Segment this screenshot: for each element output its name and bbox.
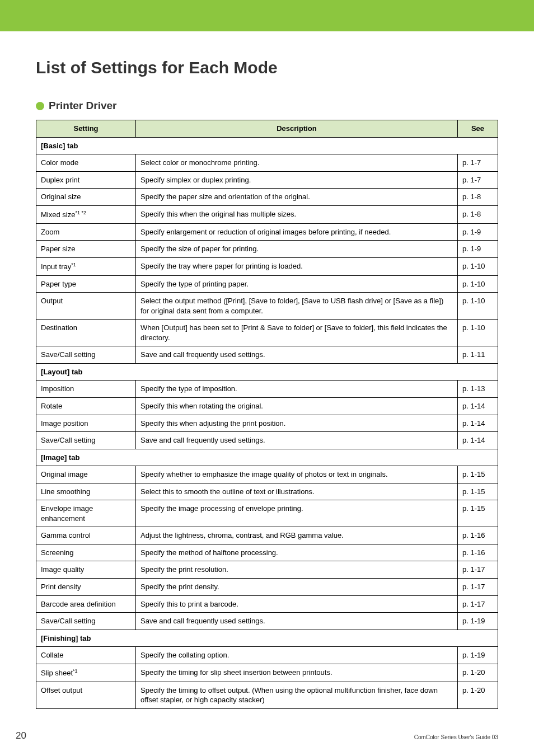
see-cell: p. 1-15 xyxy=(458,500,498,527)
see-cell: p. 1-10 xyxy=(458,257,498,275)
setting-cell: Barcode area definition xyxy=(36,595,136,613)
group-label: [Image] tab xyxy=(36,449,498,466)
table-row: Original sizeSpecify the paper size and … xyxy=(36,189,498,206)
see-cell: p. 1-8 xyxy=(458,205,498,223)
settings-table: Setting Description See [Basic] tabColor… xyxy=(36,120,498,709)
col-setting: Setting xyxy=(36,120,136,138)
see-cell: p. 1-8 xyxy=(458,189,498,206)
setting-cell: Duplex print xyxy=(36,171,136,189)
setting-cell: Mixed size*1 *2 xyxy=(36,205,136,223)
table-row: RotateSpecify this when rotating the ori… xyxy=(36,397,498,415)
see-cell: p. 1-20 xyxy=(458,664,498,682)
setting-cell: Output xyxy=(36,293,136,320)
description-cell: Specify the type of imposition. xyxy=(136,381,458,398)
see-cell: p. 1-20 xyxy=(458,682,498,708)
description-cell: Select the output method ([Print], [Save… xyxy=(136,293,458,320)
table-row: Mixed size*1 *2Specify this when the ori… xyxy=(36,205,498,223)
table-row: Save/Call settingSave and call frequentl… xyxy=(36,432,498,449)
setting-cell: Save/Call setting xyxy=(36,346,136,364)
section-title: Printer Driver xyxy=(49,100,116,112)
table-row: Gamma controlAdjust the lightness, chrom… xyxy=(36,527,498,544)
table-row: Save/Call settingSave and call frequentl… xyxy=(36,613,498,630)
footnote-marker: *1 xyxy=(71,262,76,267)
col-see: See xyxy=(458,120,498,138)
group-label: [Finishing] tab xyxy=(36,630,498,647)
description-cell: Save and call frequently used settings. xyxy=(136,432,458,449)
setting-cell: Gamma control xyxy=(36,527,136,544)
description-cell: Specify whether to emphasize the image q… xyxy=(136,466,458,483)
see-cell: p. 1-14 xyxy=(458,397,498,415)
setting-cell: Screening xyxy=(36,544,136,561)
setting-cell: Offset output xyxy=(36,682,136,708)
setting-cell: Input tray*1 xyxy=(36,257,136,275)
setting-cell: Imposition xyxy=(36,381,136,398)
table-row: Paper typeSpecify the type of printing p… xyxy=(36,275,498,293)
setting-cell: Destination xyxy=(36,320,136,346)
table-row: ZoomSpecify enlargement or reduction of … xyxy=(36,223,498,241)
see-cell: p. 1-16 xyxy=(458,544,498,561)
setting-cell: Color mode xyxy=(36,154,136,172)
description-cell: Specify the print resolution. xyxy=(136,561,458,579)
setting-cell: Zoom xyxy=(36,223,136,241)
description-cell: Specify the method of halftone processin… xyxy=(136,544,458,561)
section-header: Printer Driver xyxy=(36,100,498,112)
table-row: Paper sizeSpecify the size of paper for … xyxy=(36,241,498,258)
description-cell: Specify the image processing of envelope… xyxy=(136,500,458,527)
see-cell: p. 1-10 xyxy=(458,275,498,293)
footnote-marker: *1 xyxy=(73,668,78,674)
description-cell: Specify the tray where paper for printin… xyxy=(136,257,458,275)
see-cell: p. 1-19 xyxy=(458,613,498,630)
see-cell: p. 1-9 xyxy=(458,241,498,258)
description-cell: Specify the size of paper for printing. xyxy=(136,241,458,258)
group-label: [Basic] tab xyxy=(36,137,498,154)
table-row: OutputSelect the output method ([Print],… xyxy=(36,293,498,320)
see-cell: p. 1-11 xyxy=(458,346,498,364)
table-row: Image positionSpecify this when adjustin… xyxy=(36,415,498,432)
table-row: Offset outputSpecify the timing to offse… xyxy=(36,682,498,708)
page-title: List of Settings for Each Mode xyxy=(36,58,498,77)
see-cell: p. 1-10 xyxy=(458,293,498,320)
footer-text: ComColor Series User's Guide 03 xyxy=(414,734,498,740)
description-cell: Specify the type of printing paper. xyxy=(136,275,458,293)
setting-cell: Envelope image enhancement xyxy=(36,500,136,527)
header-bar xyxy=(0,0,534,31)
setting-cell: Image position xyxy=(36,415,136,432)
table-row: Duplex printSpecify simplex or duplex pr… xyxy=(36,171,498,189)
see-cell: p. 1-14 xyxy=(458,415,498,432)
setting-cell: Print density xyxy=(36,578,136,595)
see-cell: p. 1-15 xyxy=(458,483,498,500)
page-number: 20 xyxy=(16,730,26,741)
setting-cell: Paper size xyxy=(36,241,136,258)
table-row: Barcode area definitionSpecify this to p… xyxy=(36,595,498,613)
table-row: Image qualitySpecify the print resolutio… xyxy=(36,561,498,579)
footnote-marker: *1 *2 xyxy=(75,210,86,215)
setting-cell: Line smoothing xyxy=(36,483,136,500)
table-row: Color modeSelect color or monochrome pri… xyxy=(36,154,498,172)
description-cell: Specify the print density. xyxy=(136,578,458,595)
setting-cell: Paper type xyxy=(36,275,136,293)
table-row: Input tray*1Specify the tray where paper… xyxy=(36,257,498,275)
table-row: ImpositionSpecify the type of imposition… xyxy=(36,381,498,398)
setting-cell: Save/Call setting xyxy=(36,613,136,630)
see-cell: p. 1-17 xyxy=(458,595,498,613)
description-cell: Specify this when rotating the original. xyxy=(136,397,458,415)
description-cell: Specify the paper size and orientation o… xyxy=(136,189,458,206)
see-cell: p. 1-19 xyxy=(458,647,498,664)
table-row: Envelope image enhancementSpecify the im… xyxy=(36,500,498,527)
setting-cell: Image quality xyxy=(36,561,136,579)
group-label: [Layout] tab xyxy=(36,363,498,381)
description-cell: Select color or monochrome printing. xyxy=(136,154,458,172)
table-row: Print densitySpecify the print density.p… xyxy=(36,578,498,595)
setting-cell: Collate xyxy=(36,647,136,664)
description-cell: Adjust the lightness, chroma, contrast, … xyxy=(136,527,458,544)
description-cell: Save and call frequently used settings. xyxy=(136,346,458,364)
description-cell: Specify the timing to offset output. (Wh… xyxy=(136,682,458,708)
table-row: Original imageSpecify whether to emphasi… xyxy=(36,466,498,483)
setting-cell: Original size xyxy=(36,189,136,206)
description-cell: Specify enlargement or reduction of orig… xyxy=(136,223,458,241)
description-cell: Specify this when the original has multi… xyxy=(136,205,458,223)
col-description: Description xyxy=(136,120,458,138)
table-row: Save/Call settingSave and call frequentl… xyxy=(36,346,498,364)
setting-cell: Slip sheet*1 xyxy=(36,664,136,682)
description-cell: Specify this when adjusting the print po… xyxy=(136,415,458,432)
